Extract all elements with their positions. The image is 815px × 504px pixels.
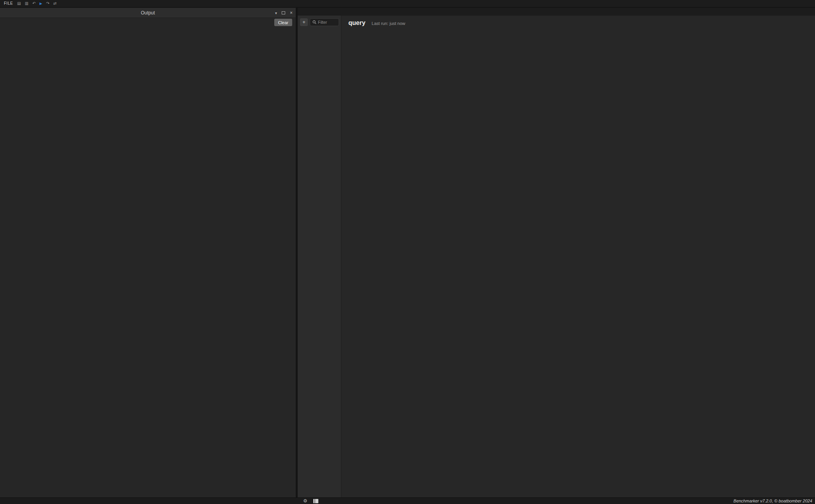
result-header: query Last run: just now bbox=[348, 19, 405, 27]
histogram-plot bbox=[435, 31, 552, 90]
save-icon[interactable]: ▤ bbox=[17, 0, 21, 7]
log-book-icon[interactable] bbox=[313, 499, 318, 503]
last-run-label: Last run: just now bbox=[372, 21, 405, 26]
settings-gear-icon[interactable]: ⚙ bbox=[303, 498, 307, 504]
histogram-chart bbox=[420, 31, 815, 405]
file-menu[interactable]: FILE bbox=[4, 1, 13, 5]
chevron-down-icon[interactable]: ▾ bbox=[275, 11, 277, 15]
float-window-icon[interactable] bbox=[282, 11, 285, 14]
undo-icon[interactable]: ↶ bbox=[32, 0, 36, 7]
benchmark-list-sidebar: + Filter bbox=[298, 16, 341, 497]
output-log[interactable] bbox=[0, 18, 296, 497]
filter-input[interactable]: Filter bbox=[310, 18, 339, 26]
clear-output-button[interactable]: Clear bbox=[274, 19, 292, 26]
filter-placeholder: Filter bbox=[318, 20, 327, 25]
benchmark-title: query bbox=[348, 19, 366, 27]
publish-icon[interactable]: ▥ bbox=[25, 0, 28, 7]
play-button[interactable]: ▶ bbox=[39, 0, 42, 7]
output-header-icons: ▾ × bbox=[275, 8, 293, 18]
sync-icon[interactable]: ⇄ bbox=[53, 0, 57, 7]
output-panel-header: Output ▾ × bbox=[0, 8, 296, 18]
benchmark-results: query Last run: just now bbox=[341, 16, 815, 497]
top-toolbar: FILE ▤ ▥ ↶ ▶ ↷ ⇄ bbox=[0, 0, 815, 7]
output-panel: Output ▾ × Clear bbox=[0, 8, 296, 497]
output-panel-title: Output bbox=[0, 10, 296, 16]
benchmarker-window: + Filter query Last run: just now bbox=[298, 8, 815, 497]
quick-access-toolbar: ▤ ▥ ↶ ▶ ↷ ⇄ bbox=[17, 0, 57, 7]
credit-label: Benchmarker v7.2.0, © boatbomber 2024 bbox=[733, 498, 812, 504]
add-benchmark-button[interactable]: + bbox=[300, 18, 308, 26]
editor-tab-bar bbox=[298, 8, 815, 16]
close-icon[interactable]: × bbox=[290, 10, 293, 16]
status-bar: ⚙ Benchmarker v7.2.0, © boatbomber 2024 bbox=[0, 497, 815, 504]
benchmarker-body: + Filter query Last run: just now bbox=[298, 16, 815, 497]
redo-icon[interactable]: ↷ bbox=[46, 0, 49, 7]
search-icon bbox=[313, 20, 316, 24]
